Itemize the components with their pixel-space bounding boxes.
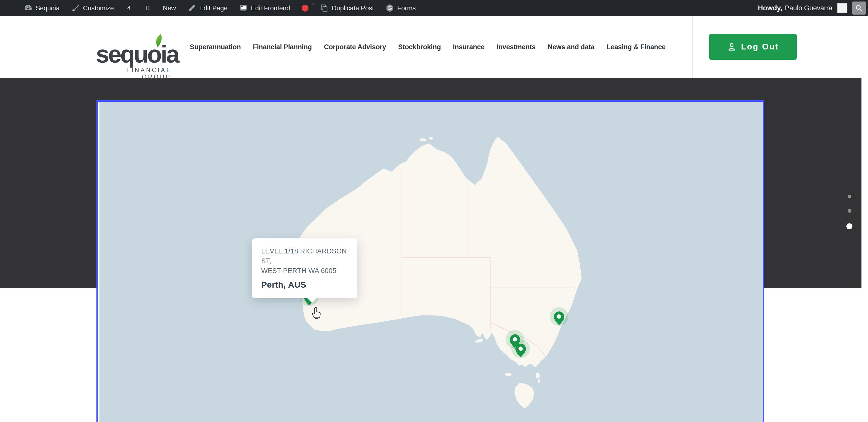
island xyxy=(536,372,540,379)
adminbar-right-group: Howdy, Paulo Guevarra xyxy=(754,0,867,16)
site-header: sequoia FINANCIAL GROUP Superannuation F… xyxy=(0,16,868,78)
map-pin-east-coast[interactable] xyxy=(554,311,565,326)
adminbar-edit-page[interactable]: Edit Page xyxy=(182,0,233,16)
adminbar-search-button[interactable] xyxy=(852,1,866,14)
adminbar-updates-count[interactable]: 4 xyxy=(120,4,138,12)
cursor-pointer-icon xyxy=(310,306,322,319)
logout-button[interactable]: Log Out xyxy=(709,34,797,60)
adminbar-site-name: Sequoia xyxy=(36,4,60,12)
map-section: LEVEL 1/18 RICHARDSON ST, WEST PERTH WA … xyxy=(0,78,868,422)
map-embed-frame[interactable]: LEVEL 1/18 RICHARDSON ST, WEST PERTH WA … xyxy=(96,100,764,422)
adminbar-forms[interactable]: Forms xyxy=(380,0,422,16)
carousel-dot-3[interactable] xyxy=(846,223,852,229)
user-avatar[interactable] xyxy=(837,3,847,13)
tooltip-city: Perth, AUS xyxy=(261,280,348,290)
adminbar-comments-count[interactable]: 0 xyxy=(138,4,157,12)
map-canvas xyxy=(99,102,763,422)
pencil-icon xyxy=(187,4,196,12)
main-navigation: Superannuation Financial Planning Corpor… xyxy=(190,16,665,78)
gravity-forms-icon xyxy=(385,4,394,12)
screen-icon xyxy=(239,4,248,12)
adminbar-edit-frontend-label: Edit Frontend xyxy=(251,4,290,12)
pin-icon xyxy=(554,311,565,326)
gauge-site-icon xyxy=(24,4,32,12)
carousel-dot-1[interactable] xyxy=(848,195,851,199)
map-pin-southeast-2[interactable] xyxy=(515,343,526,358)
island xyxy=(429,137,433,140)
nav-financial-planning[interactable]: Financial Planning xyxy=(253,43,312,51)
duplicate-pages-icon xyxy=(320,4,329,12)
howdy-label: Howdy, xyxy=(758,4,782,12)
nav-leasing-finance[interactable]: Leasing & Finance xyxy=(607,43,665,51)
header-divider xyxy=(692,16,693,78)
site-logo[interactable]: sequoia FINANCIAL GROUP xyxy=(96,34,171,80)
nav-news-and-data[interactable]: News and data xyxy=(548,43,594,51)
logo-subtext: FINANCIAL GROUP xyxy=(96,67,171,80)
australia-map[interactable]: LEVEL 1/18 RICHARDSON ST, WEST PERTH WA … xyxy=(99,102,763,422)
search-icon xyxy=(855,4,863,12)
nav-superannuation[interactable]: Superannuation xyxy=(190,43,241,51)
adminbar-customize[interactable]: Customize xyxy=(65,0,120,16)
adminbar-forms-label: Forms xyxy=(397,4,416,12)
nav-corporate-advisory[interactable]: Corporate Advisory xyxy=(324,43,386,51)
island xyxy=(475,339,484,343)
pin-icon xyxy=(515,343,526,358)
adminbar-site-menu[interactable]: Sequoia xyxy=(18,0,65,16)
logo-wordmark: sequoia xyxy=(96,42,171,66)
user-name: Paulo Guevarra xyxy=(785,4,832,12)
adminbar-edit-frontend[interactable]: Edit Frontend xyxy=(233,0,296,16)
tooltip-address-line2: WEST PERTH WA 6005 xyxy=(261,266,348,276)
island xyxy=(420,139,427,142)
adminbar-new[interactable]: New xyxy=(157,0,182,16)
island xyxy=(505,373,512,376)
adminbar-duplicate-post[interactable]: Duplicate Post xyxy=(314,0,380,16)
user-icon xyxy=(727,42,736,52)
logout-label: Log Out xyxy=(741,42,779,52)
island xyxy=(538,379,540,383)
nav-stockbroking[interactable]: Stockbroking xyxy=(398,43,441,51)
adminbar-new-label: New xyxy=(163,4,176,12)
paintbrush-icon xyxy=(71,4,80,12)
tasmania-island xyxy=(515,383,534,409)
adminbar-customize-label: Customize xyxy=(83,4,114,12)
nav-insurance[interactable]: Insurance xyxy=(453,43,485,51)
carousel-dot-2[interactable] xyxy=(848,209,851,213)
adminbar-duplicate-post-label: Duplicate Post xyxy=(332,4,374,12)
dropdown-caret-hint xyxy=(311,0,315,5)
red-status-dot xyxy=(302,5,308,11)
adminbar-account-menu[interactable]: Howdy, Paulo Guevarra xyxy=(754,4,836,12)
tooltip-address-line1: LEVEL 1/18 RICHARDSON ST, xyxy=(261,246,348,266)
wp-admin-bar: Sequoia Customize 4 0 New Edit Page Edit… xyxy=(0,0,868,16)
carousel-dots xyxy=(846,195,853,229)
nav-investments[interactable]: Investments xyxy=(497,43,535,51)
location-tooltip: LEVEL 1/18 RICHARDSON ST, WEST PERTH WA … xyxy=(252,238,358,298)
adminbar-edit-page-label: Edit Page xyxy=(199,4,227,12)
